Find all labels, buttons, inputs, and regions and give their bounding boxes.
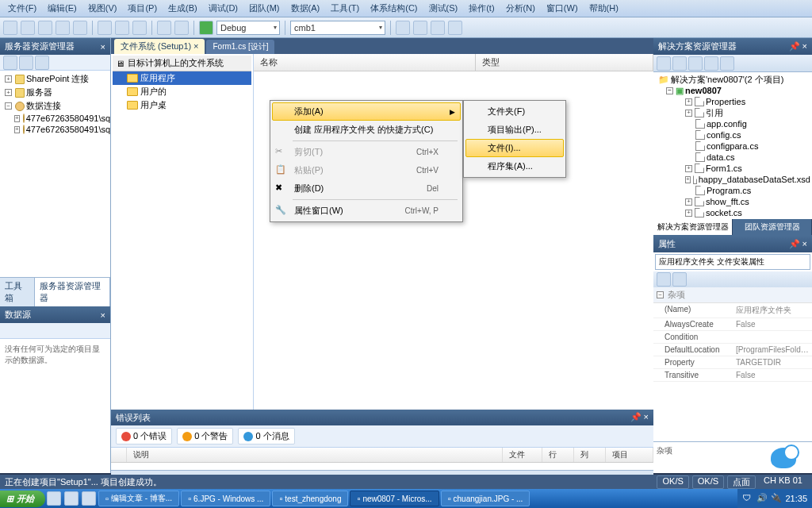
property-row[interactable]: AlwaysCreateFalse [653, 318, 812, 331]
cm-properties[interactable]: 🔧属性窗口(W)Ctrl+W, P [272, 202, 461, 220]
cm-add-file[interactable]: 文件(I)... [465, 139, 564, 157]
close-icon[interactable]: × [802, 239, 807, 248]
col-icon[interactable] [111, 448, 127, 462]
menu-view[interactable]: 视图(V) [83, 1, 122, 16]
tab-filesystem[interactable]: 文件系统 (Setup1) × [114, 39, 205, 54]
property-row[interactable]: TransitiveFalse [653, 369, 812, 382]
tool-icon[interactable] [431, 21, 445, 35]
expander-icon[interactable]: + [685, 98, 692, 106]
tree-item[interactable]: −数据连接 [2, 99, 109, 113]
col-line[interactable]: 行 [542, 448, 574, 462]
pin-icon[interactable]: 📌 [789, 41, 800, 51]
menu-debug[interactable]: 调试(D) [204, 1, 243, 16]
stop-icon[interactable] [35, 56, 49, 70]
close-icon[interactable]: × [101, 42, 105, 52]
project-node[interactable]: −▣new0807 [655, 85, 810, 96]
sol-file-node[interactable]: +happy_databaseDataSet.xsd [655, 174, 810, 185]
sol-file-node[interactable]: +引用 [655, 107, 810, 118]
start-button[interactable]: ⊞开始 [0, 491, 45, 507]
expander-icon[interactable]: − [657, 291, 664, 298]
expander-icon[interactable]: + [685, 210, 692, 217]
menu-team[interactable]: 团队(M) [244, 1, 285, 16]
col-type[interactable]: 类型 [476, 54, 653, 71]
prop-value[interactable]: [ProgramFilesFolder][M [733, 344, 812, 356]
col-project[interactable]: 项目 [606, 448, 653, 462]
expander-icon[interactable]: + [685, 110, 692, 117]
property-row[interactable]: Condition [653, 331, 812, 344]
paste-icon[interactable] [132, 21, 147, 35]
menu-edit[interactable]: 编辑(E) [43, 1, 82, 16]
prop-value[interactable]: False [733, 318, 812, 330]
redo-icon[interactable] [174, 21, 189, 35]
sol-file-node[interactable]: config.cs [655, 129, 810, 140]
close-icon[interactable]: × [101, 310, 105, 320]
alpha-sort-icon[interactable] [672, 272, 687, 287]
menu-data[interactable]: 数据(A) [286, 1, 325, 16]
cm-add-project-output[interactable]: 项目输出(P)... [465, 121, 564, 139]
refresh-icon[interactable] [3, 56, 17, 70]
copy-icon[interactable] [115, 21, 129, 35]
pin-icon[interactable]: 📌 [789, 239, 800, 248]
tool-icon[interactable] [448, 21, 462, 35]
connect-icon[interactable] [19, 56, 33, 70]
tray-icon[interactable]: 🔊 [756, 493, 768, 504]
fs-folder-app[interactable]: 应用程序 [113, 71, 251, 85]
cm-delete[interactable]: ✖删除(D)Del [272, 179, 461, 198]
tray-icon[interactable]: 🛡 [742, 493, 753, 504]
undo-icon[interactable] [157, 21, 171, 35]
quicklaunch-icon[interactable] [82, 491, 96, 506]
taskbar-item[interactable]: ▫6.JPG - Windows ... [181, 491, 270, 506]
categorize-icon[interactable] [657, 272, 671, 287]
sol-file-node[interactable]: app.config [655, 118, 810, 129]
sol-file-node[interactable]: Program.cs [655, 185, 810, 196]
sol-file-node[interactable]: +show_fft.cs [655, 196, 810, 207]
menu-project[interactable]: 项目(P) [123, 1, 162, 16]
menu-help[interactable]: 帮助(H) [584, 1, 623, 16]
fs-folder-user[interactable]: 用户的 [113, 85, 251, 98]
new-project-icon[interactable] [3, 21, 17, 35]
sol-file-node[interactable]: +Properties [655, 96, 810, 107]
menu-arch[interactable]: 体系结构(C) [366, 1, 422, 16]
team-tab[interactable]: 团队资源管理器 [733, 219, 812, 235]
prop-value[interactable]: False [733, 369, 812, 381]
taskbar-item[interactable]: ▫chuangjian.JPG - ... [441, 491, 530, 506]
refresh-icon[interactable] [688, 56, 703, 71]
warnings-filter-button[interactable]: 0 个警告 [177, 428, 233, 444]
menu-analyze[interactable]: 分析(N) [501, 1, 540, 16]
property-row[interactable]: PropertyTARGETDIR [653, 356, 812, 369]
menu-window[interactable]: 窗口(W) [542, 1, 583, 16]
solution-node[interactable]: 📁解决方案'new0807'(2 个项目) [655, 74, 810, 85]
col-name[interactable]: 名称 [254, 54, 476, 71]
taskbar-item[interactable]: ▫new0807 - Micros... [350, 491, 439, 506]
prop-value[interactable] [733, 331, 812, 343]
menu-test[interactable]: 测试(S) [424, 1, 463, 16]
prop-value[interactable]: 应用程序文件夹 [733, 303, 812, 318]
menu-tools[interactable]: 工具(T) [326, 1, 364, 16]
tool-icon[interactable] [396, 21, 410, 35]
tree-item[interactable]: +477e67263580491\sqlex [2, 113, 109, 124]
expander-icon[interactable]: + [14, 126, 20, 133]
cm-create-shortcut[interactable]: 创建 应用程序文件夹 的快捷方式(C) [272, 121, 461, 139]
save-icon[interactable] [56, 21, 70, 35]
sol-file-node[interactable]: +Form1.cs [655, 163, 810, 174]
expander-icon[interactable]: + [5, 89, 12, 96]
tab-form1[interactable]: Form1.cs [设计] [206, 40, 274, 54]
toolbox-tab[interactable]: 工具箱 [0, 278, 35, 306]
clock[interactable]: 21:35 [785, 494, 807, 503]
taskbar-item[interactable]: ▫编辑文章 - 博客... [98, 491, 179, 506]
pin-icon[interactable]: 📌 [630, 412, 642, 421]
expander-icon[interactable]: − [5, 102, 12, 110]
quicklaunch-icon[interactable] [64, 491, 79, 506]
close-icon[interactable]: × [802, 41, 807, 51]
menu-build[interactable]: 生成(B) [163, 1, 202, 16]
cm-add-assembly[interactable]: 程序集(A)... [465, 157, 564, 175]
props-category[interactable]: −杂项 [653, 287, 812, 303]
show-all-icon[interactable] [672, 56, 687, 71]
taskbar-item[interactable]: ▫test_zhengdong [272, 491, 348, 506]
tree-item[interactable]: +477e67263580491\sqlex [2, 124, 109, 135]
col-file[interactable]: 文件 [503, 448, 542, 462]
properties-icon[interactable] [657, 56, 671, 71]
property-row[interactable]: DefaultLocation[ProgramFilesFolder][M [653, 344, 812, 356]
expander-icon[interactable]: + [685, 176, 691, 183]
expander-icon[interactable]: + [685, 165, 692, 172]
